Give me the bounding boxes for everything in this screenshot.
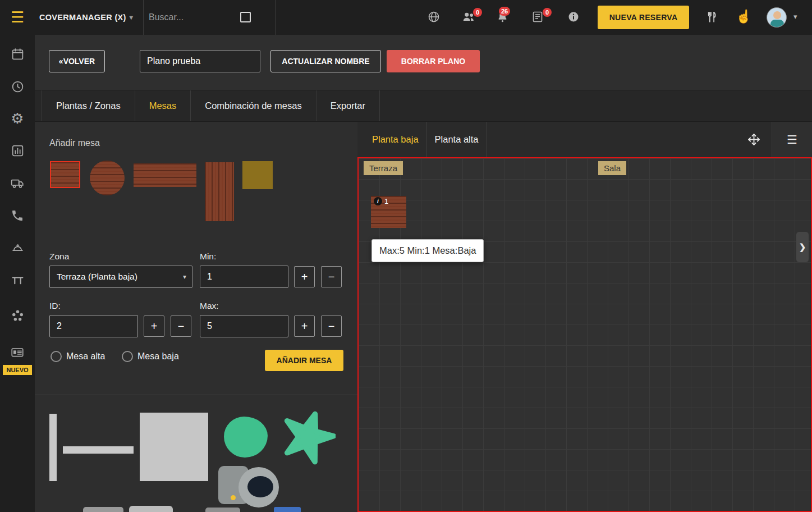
phone-call-icon[interactable]: [10, 208, 25, 223]
account-chevron-down-icon[interactable]: ▾: [793, 12, 797, 21]
clock-icon[interactable]: [10, 79, 25, 94]
utensils-icon[interactable]: [704, 9, 719, 25]
palette-item-partial[interactable]: [83, 507, 123, 512]
pan-move-icon[interactable]: [746, 132, 761, 147]
panel-toggle-chevron-icon[interactable]: ❯: [796, 232, 809, 262]
delivery-truck-icon[interactable]: [10, 175, 25, 191]
integrations-icon[interactable]: [10, 308, 25, 323]
stats-chart-icon[interactable]: [10, 143, 25, 158]
hand-cursor-icon[interactable]: ☝: [736, 9, 752, 24]
chevron-down-icon: ▾: [183, 273, 186, 281]
tab-exportar[interactable]: Exportar: [316, 90, 380, 121]
new-reservation-button[interactable]: NUEVA RESERVA: [598, 6, 689, 29]
min-minus-button[interactable]: −: [321, 266, 342, 287]
calendar-icon[interactable]: [10, 46, 25, 62]
list-badge: 0: [543, 8, 552, 17]
shape-square-small[interactable]: [51, 162, 79, 187]
tab-combinacion[interactable]: Combinación de mesas: [191, 90, 316, 121]
id-label: ID:: [49, 301, 61, 311]
radio-mesa-baja-label: Mesa baja: [137, 351, 179, 362]
brand-name: COVERMANAGER (X): [39, 13, 126, 22]
shape-rect-tall[interactable]: [205, 162, 234, 221]
max-minus-button[interactable]: −: [321, 316, 342, 337]
zona-selected-value: Terraza (Planta baja): [57, 272, 137, 282]
editor-tabs: Plantas / Zonas Mesas Combinación de mes…: [35, 90, 812, 122]
restaurant-selector[interactable]: COVERMANAGER (X) ▾: [39, 0, 133, 35]
divider: [143, 0, 144, 35]
nuevo-badge: NUEVO: [3, 365, 32, 375]
app-window: ☰ COVERMANAGER (X) ▾ 0 26: [0, 0, 812, 512]
toilet-bowl: [247, 476, 273, 497]
radio-mesa-alta-label: Mesa alta: [66, 351, 105, 362]
floor-tabs-bar: Planta baja Planta alta ☰: [357, 122, 812, 157]
info-icon[interactable]: [566, 9, 581, 25]
min-plus-button[interactable]: +: [294, 266, 315, 287]
bell-badge: 26: [499, 7, 510, 16]
palette-item-partial[interactable]: [129, 506, 173, 512]
avatar-body: [770, 20, 784, 28]
id-minus-button[interactable]: −: [171, 316, 191, 337]
max-plus-button[interactable]: +: [294, 316, 315, 337]
toilet-button: [231, 495, 236, 500]
add-table-button[interactable]: AÑADIR MESA: [265, 350, 343, 371]
floorplan-canvas[interactable]: Terraza Sala i 1 Max:5 Min:1 Mesa:Baja: [357, 157, 812, 512]
guests-badge: 0: [473, 8, 482, 17]
zone-label-sala: Sala: [598, 161, 626, 175]
update-name-button[interactable]: ACTUALIZAR NOMBRE: [270, 50, 381, 72]
search-checkbox[interactable]: [240, 12, 251, 22]
flower-plant-item[interactable]: [279, 410, 336, 465]
table-badge: i 1: [374, 197, 388, 205]
panel-divider: [35, 395, 357, 395]
search-input[interactable]: [148, 8, 232, 27]
wall-vertical-item[interactable]: [49, 414, 57, 481]
cloche-icon[interactable]: [10, 240, 25, 255]
shape-circle[interactable]: [90, 161, 125, 195]
avatar-head: [773, 11, 781, 19]
tab-mesas[interactable]: Mesas: [135, 90, 191, 121]
tab-planta-alta[interactable]: Planta alta: [427, 122, 487, 157]
shape-rect-wide[interactable]: [134, 163, 196, 187]
main-menu-icon[interactable]: ☰: [0, 0, 35, 35]
min-input[interactable]: [200, 266, 288, 288]
zona-select[interactable]: Terraza (Planta baja) ▾: [49, 266, 192, 288]
back-button[interactable]: «VOLVER: [49, 50, 105, 72]
avatar[interactable]: [767, 7, 787, 28]
table-icon[interactable]: [10, 272, 25, 288]
globe-icon[interactable]: [426, 9, 442, 25]
tab-plantas-zonas[interactable]: Plantas / Zonas: [42, 90, 135, 121]
gray-area-item[interactable]: [140, 413, 208, 481]
gear-icon[interactable]: ⚙: [10, 111, 25, 126]
id-input[interactable]: [49, 315, 138, 337]
min-label: Min:: [200, 252, 216, 262]
radio-mesa-baja[interactable]: [122, 351, 133, 362]
table-number: 1: [384, 197, 388, 205]
placed-table-1[interactable]: i 1: [371, 196, 406, 228]
tab-planta-baja[interactable]: Planta baja: [364, 122, 427, 157]
plan-name-input[interactable]: [140, 50, 260, 72]
max-label: Max:: [200, 301, 219, 311]
membership-card-icon[interactable]: [10, 344, 25, 360]
wall-horizontal-item[interactable]: [63, 446, 134, 454]
max-input[interactable]: [200, 315, 288, 337]
toilet-item[interactable]: [218, 464, 281, 512]
delete-plan-button[interactable]: BORRAR PLANO: [387, 50, 480, 72]
chevron-down-icon: ▾: [130, 13, 133, 21]
info-icon: i: [374, 197, 382, 205]
zone-label-terraza: Terraza: [364, 161, 403, 175]
palette-item-partial[interactable]: [274, 507, 301, 512]
zona-label: Zona: [49, 252, 69, 262]
palette-item-partial[interactable]: [205, 508, 240, 512]
canvas-menu-icon[interactable]: ☰: [772, 122, 812, 157]
top-bar: ☰ COVERMANAGER (X) ▾ 0 26: [0, 0, 812, 35]
id-plus-button[interactable]: +: [144, 316, 164, 337]
sidebar-nav: ⚙: [0, 35, 35, 512]
shape-square-plain[interactable]: [242, 161, 273, 189]
radio-mesa-alta[interactable]: [51, 351, 62, 362]
panel-title: Añadir mesa: [49, 138, 100, 148]
table-tooltip: Max:5 Min:1 Mesa:Baja: [371, 239, 484, 262]
divider: [275, 0, 276, 35]
